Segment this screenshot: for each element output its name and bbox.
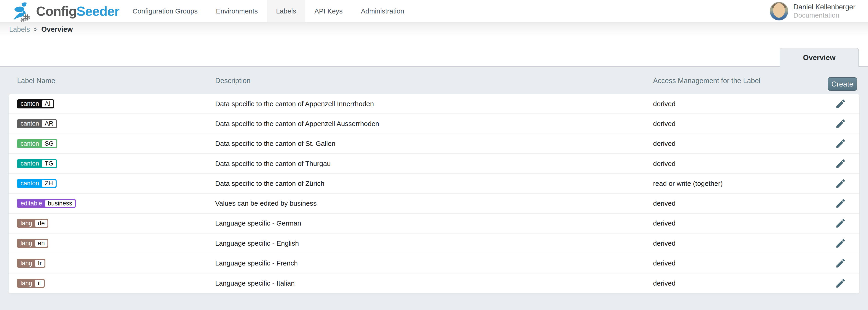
label-badge-value: en	[35, 240, 48, 247]
column-header-label-name: Label Name	[17, 77, 55, 85]
sower-with-gears-icon	[11, 1, 32, 22]
nav-item-environments[interactable]: Environments	[207, 0, 267, 22]
nav-item-api-keys[interactable]: API Keys	[305, 0, 352, 22]
edit-button[interactable]	[835, 178, 846, 189]
description-cell: Language specific - English	[215, 240, 299, 247]
label-badge-value: de	[35, 220, 48, 227]
label-badge: lang fr	[17, 259, 45, 268]
pencil-icon	[835, 98, 846, 110]
pencil-icon	[835, 178, 846, 189]
access-cell: derived	[653, 219, 675, 227]
access-cell: derived	[653, 120, 675, 128]
table-row: canton ZH Data specific to the canton of…	[9, 174, 859, 193]
description-cell: Language specific - German	[215, 219, 301, 227]
breadcrumb-separator: >	[34, 26, 38, 33]
label-badge: lang it	[17, 279, 45, 288]
label-badge-key: canton	[21, 160, 39, 167]
pencil-icon	[835, 138, 846, 149]
edit-button[interactable]	[835, 238, 846, 249]
breadcrumb-current: Overview	[41, 25, 73, 34]
table-row: lang de Language specific - German deriv…	[9, 214, 859, 234]
nav-item-administration[interactable]: Administration	[352, 0, 413, 22]
description-cell: Values can be edited by business	[215, 199, 317, 207]
column-header-description: Description	[215, 77, 251, 85]
edit-button[interactable]	[835, 158, 846, 169]
label-badge-value: fr	[35, 260, 44, 267]
label-badge: canton ZH	[17, 179, 57, 188]
pencil-icon	[835, 278, 846, 289]
table-row: canton AR Data specific to the canton of…	[9, 114, 859, 134]
table-row: canton TG Data specific to the canton of…	[9, 154, 859, 174]
access-cell: derived	[653, 140, 675, 148]
table-row: canton SG Data specific to the canton of…	[9, 134, 859, 154]
description-cell: Data specific to the canton of Zürich	[215, 180, 324, 187]
label-badge: canton TG	[17, 159, 57, 168]
edit-button[interactable]	[835, 138, 846, 150]
edit-button[interactable]	[835, 257, 846, 269]
user-name: Daniel Kellenberger	[794, 3, 856, 10]
breadcrumb-labels-link[interactable]: Labels	[9, 25, 30, 34]
table-row: lang en Language specific - English deri…	[9, 234, 859, 253]
tab-strip: Overview	[0, 36, 868, 66]
user-area: Daniel Kellenberger Documentation	[770, 0, 868, 22]
description-cell: Language specific - Italian	[215, 279, 295, 287]
brand-name: ConfigSeeder	[36, 3, 119, 19]
column-header-access: Access Management for the Label	[653, 77, 760, 85]
main-nav: Configuration GroupsEnvironmentsLabelsAP…	[123, 0, 413, 22]
access-cell: derived	[653, 279, 675, 287]
pencil-icon	[835, 198, 846, 209]
label-badge-key: editable	[21, 200, 42, 207]
label-badge-value: TG	[42, 160, 56, 167]
pencil-icon	[835, 218, 846, 229]
access-cell: derived	[653, 100, 675, 108]
description-cell: Data specific to the canton of St. Galle…	[215, 140, 335, 148]
documentation-link[interactable]: Documentation	[794, 12, 856, 19]
edit-button[interactable]	[835, 98, 846, 110]
label-badge-key: lang	[21, 260, 32, 267]
pencil-icon	[835, 158, 846, 169]
description-cell: Data specific to the canton of Appenzell…	[215, 100, 374, 108]
nav-item-labels[interactable]: Labels	[267, 0, 305, 22]
access-cell: read or write (together)	[653, 180, 723, 187]
label-badge: editable business	[17, 199, 76, 208]
label-badge: lang en	[17, 239, 49, 248]
breadcrumb: Labels > Overview	[0, 22, 868, 36]
labels-panel: Label Name Description Access Management…	[0, 66, 868, 310]
access-cell: derived	[653, 240, 675, 247]
table-row: editable business Values can be edited b…	[9, 193, 859, 213]
table-row: lang fr Language specific - French deriv…	[9, 253, 859, 273]
label-badge-key: canton	[21, 120, 39, 127]
label-badge-value: SG	[42, 140, 56, 147]
label-badge-key: canton	[21, 100, 39, 107]
labels-table: canton AI Data specific to the canton of…	[9, 94, 859, 293]
pencil-icon	[835, 238, 846, 249]
app-header: ConfigSeeder Configuration GroupsEnviron…	[0, 0, 868, 22]
label-badge-value: ZH	[42, 180, 56, 187]
label-badge-key: lang	[21, 280, 32, 287]
label-badge-value: AI	[42, 100, 53, 107]
edit-button[interactable]	[835, 217, 846, 229]
edit-button[interactable]	[835, 197, 846, 209]
user-avatar[interactable]	[770, 2, 788, 21]
description-cell: Data specific to the canton of Thurgau	[215, 160, 331, 167]
access-cell: derived	[653, 259, 675, 267]
label-badge-key: lang	[21, 240, 32, 247]
label-badge-key: lang	[21, 220, 32, 227]
tab-overview[interactable]: Overview	[780, 48, 859, 67]
pencil-icon	[835, 257, 846, 269]
edit-button[interactable]	[835, 277, 846, 289]
edit-button[interactable]	[835, 118, 846, 130]
table-row: canton AI Data specific to the canton of…	[9, 94, 859, 114]
label-badge-key: canton	[21, 140, 39, 147]
description-cell: Data specific to the canton of Appenzell…	[215, 120, 379, 128]
pencil-icon	[835, 118, 846, 129]
label-badge: lang de	[17, 219, 49, 228]
access-cell: derived	[653, 199, 675, 207]
nav-item-configuration-groups[interactable]: Configuration Groups	[123, 0, 207, 22]
table-row: lang it Language specific - Italian deri…	[9, 274, 859, 293]
create-button[interactable]: Create	[828, 78, 857, 91]
label-badge-value: it	[35, 280, 44, 287]
label-badge: canton AI	[17, 99, 54, 108]
label-badge: canton AR	[17, 119, 57, 128]
brand-logo[interactable]: ConfigSeeder	[0, 0, 119, 22]
